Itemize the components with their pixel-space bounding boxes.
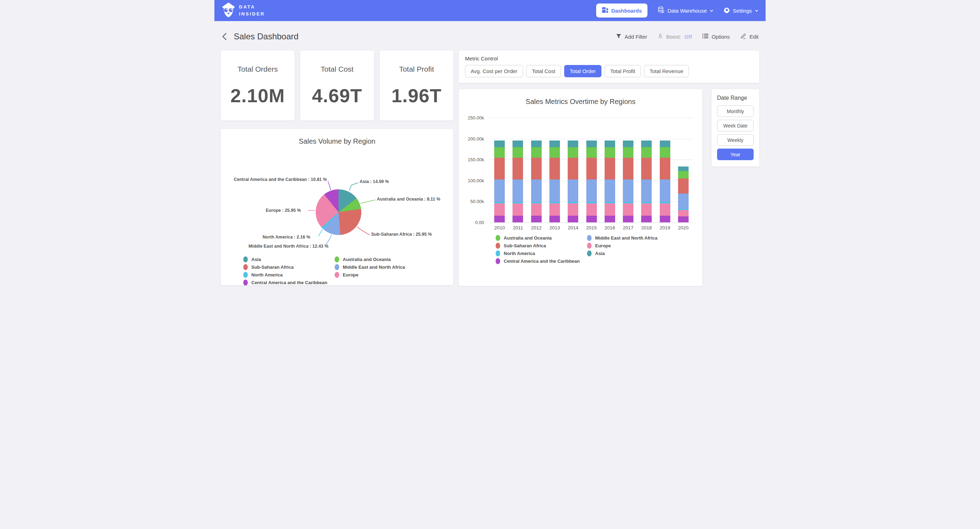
- metric-option-total-order[interactable]: Total Order: [564, 65, 601, 77]
- bar-segment-europe[interactable]: [512, 180, 523, 202]
- metric-option-avg-cost-per-order[interactable]: Avg. Cost per Order: [465, 65, 523, 77]
- bar-segment-middle-east-and-north-africa[interactable]: [660, 147, 670, 158]
- bar-segment-europe[interactable]: [605, 180, 615, 202]
- bar-segment-asia[interactable]: [660, 203, 670, 216]
- bar-segment-asia[interactable]: [678, 210, 689, 216]
- bar-segment-asia[interactable]: [494, 203, 505, 216]
- bar-2019[interactable]: [660, 140, 670, 222]
- metric-option-total-cost[interactable]: Total Cost: [526, 65, 561, 77]
- legend-item-europe[interactable]: Europe: [587, 243, 657, 249]
- legend-item-australia-and-oceania[interactable]: Australia and Oceania: [496, 235, 587, 241]
- kpi-card-total-profit[interactable]: Total Profit 1.96T: [380, 51, 453, 121]
- bar-segment-middle-east-and-north-africa[interactable]: [512, 147, 523, 158]
- bar-2011[interactable]: [512, 140, 523, 222]
- bar-segment-australia-and-oceania[interactable]: [531, 140, 542, 147]
- boost-toggle[interactable]: Boost: Off: [658, 33, 692, 40]
- bar-segment-middle-east-and-north-africa[interactable]: [623, 147, 633, 158]
- bar-segment-middle-east-and-north-africa[interactable]: [678, 171, 689, 178]
- bar-segment-central-america-and-the-caribbean[interactable]: [568, 216, 578, 222]
- bar-segment-australia-and-oceania[interactable]: [494, 140, 505, 147]
- legend-item-north-america[interactable]: North America: [496, 251, 587, 256]
- bar-segment-asia[interactable]: [531, 203, 542, 216]
- bar-2016[interactable]: [605, 140, 615, 222]
- legend-item-middle-east-and-north-africa[interactable]: Middle East and North Africa: [587, 235, 657, 241]
- bar-segment-middle-east-and-north-africa[interactable]: [641, 147, 652, 158]
- bar-2010[interactable]: [494, 140, 505, 222]
- bar-segment-australia-and-oceania[interactable]: [678, 167, 689, 171]
- bar-segment-australia-and-oceania[interactable]: [660, 140, 670, 147]
- bar-segment-central-america-and-the-caribbean[interactable]: [605, 216, 615, 222]
- bar-segment-asia[interactable]: [549, 203, 560, 216]
- legend-item-sub-saharan-africa[interactable]: Sub-Saharan Africa: [496, 243, 587, 249]
- bar-segment-sub-saharan-africa[interactable]: [531, 158, 542, 179]
- bar-2018[interactable]: [641, 140, 652, 222]
- bar-segment-asia[interactable]: [512, 203, 523, 216]
- bar-segment-middle-east-and-north-africa[interactable]: [568, 147, 578, 158]
- bar-segment-europe[interactable]: [549, 180, 560, 202]
- bar-segment-middle-east-and-north-africa[interactable]: [586, 147, 597, 158]
- bar-segment-middle-east-and-north-africa[interactable]: [494, 147, 505, 158]
- bar-segment-sub-saharan-africa[interactable]: [512, 158, 523, 179]
- brand[interactable]: DATA INSIDER: [221, 2, 265, 19]
- legend-item-australia-and-oceania[interactable]: Australia and Oceania: [335, 256, 405, 262]
- bar-segment-europe[interactable]: [678, 194, 689, 209]
- legend-item-central-america-and-the-caribbean[interactable]: Central America and the Caribbean: [243, 280, 335, 286]
- legend-item-north-america[interactable]: North America: [243, 272, 335, 278]
- nav-data-warehouse-button[interactable]: Data Warehouse: [657, 6, 714, 15]
- bar-segment-middle-east-and-north-africa[interactable]: [549, 147, 560, 158]
- bar-segment-sub-saharan-africa[interactable]: [494, 158, 505, 179]
- back-button[interactable]: [221, 32, 228, 41]
- bar-2017[interactable]: [623, 140, 633, 222]
- bar-segment-central-america-and-the-caribbean[interactable]: [549, 216, 560, 222]
- bar-segment-europe[interactable]: [586, 180, 597, 202]
- legend-item-asia[interactable]: Asia: [243, 256, 335, 262]
- kpi-card-total-cost[interactable]: Total Cost 4.69T: [300, 51, 374, 121]
- date-range-option-weekly[interactable]: Weekly: [717, 134, 754, 146]
- nav-settings-button[interactable]: Settings: [724, 7, 759, 14]
- bar-segment-asia[interactable]: [605, 203, 615, 216]
- date-range-option-year[interactable]: Year: [717, 149, 754, 160]
- bar-segment-sub-saharan-africa[interactable]: [549, 158, 560, 179]
- bar-2014[interactable]: [568, 140, 578, 222]
- bar-segment-middle-east-and-north-africa[interactable]: [605, 147, 615, 158]
- bar-segment-central-america-and-the-caribbean[interactable]: [623, 216, 633, 222]
- legend-item-middle-east-and-north-africa[interactable]: Middle East and North Africa: [335, 264, 405, 270]
- bar-segment-australia-and-oceania[interactable]: [512, 140, 523, 147]
- metric-option-total-revenue[interactable]: Total Revenue: [644, 65, 689, 77]
- kpi-card-total-orders[interactable]: Total Orders 2.10M: [221, 51, 294, 121]
- bar-segment-sub-saharan-africa[interactable]: [605, 158, 615, 179]
- bar-segment-central-america-and-the-caribbean[interactable]: [660, 216, 670, 222]
- bar-segment-central-america-and-the-caribbean[interactable]: [494, 216, 505, 222]
- bar-segment-asia[interactable]: [568, 203, 578, 216]
- bar-segment-sub-saharan-africa[interactable]: [623, 158, 633, 179]
- date-range-option-week-date[interactable]: Week Date: [717, 120, 754, 131]
- bar-segment-sub-saharan-africa[interactable]: [678, 178, 689, 193]
- bar-segment-asia[interactable]: [623, 203, 633, 216]
- bar-segment-europe[interactable]: [623, 180, 633, 202]
- bar-segment-europe[interactable]: [531, 180, 542, 202]
- bar-segment-europe[interactable]: [568, 180, 578, 202]
- bar-segment-central-america-and-the-caribbean[interactable]: [678, 216, 689, 222]
- add-filter-button[interactable]: Add Filter: [616, 33, 647, 40]
- bar-segment-europe[interactable]: [494, 180, 505, 202]
- options-button[interactable]: Options: [702, 33, 730, 40]
- bar-2013[interactable]: [549, 140, 560, 222]
- bar-segment-central-america-and-the-caribbean[interactable]: [512, 216, 523, 222]
- bar-segment-middle-east-and-north-africa[interactable]: [531, 147, 542, 158]
- legend-item-sub-saharan-africa[interactable]: Sub-Saharan Africa: [243, 264, 335, 270]
- bar-segment-australia-and-oceania[interactable]: [586, 140, 597, 147]
- bar-segment-sub-saharan-africa[interactable]: [586, 158, 597, 179]
- bar-2020[interactable]: [678, 167, 689, 222]
- nav-dashboards-button[interactable]: Dashboards: [596, 3, 648, 17]
- bar-segment-sub-saharan-africa[interactable]: [641, 158, 652, 179]
- metric-option-total-profit[interactable]: Total Profit: [605, 65, 641, 77]
- legend-item-europe[interactable]: Europe: [335, 272, 405, 278]
- legend-item-asia[interactable]: Asia: [587, 251, 657, 256]
- bar-2012[interactable]: [531, 140, 542, 222]
- bar-segment-australia-and-oceania[interactable]: [549, 140, 560, 147]
- bar-segment-central-america-and-the-caribbean[interactable]: [531, 216, 542, 222]
- bar-segment-central-america-and-the-caribbean[interactable]: [641, 216, 652, 222]
- legend-item-central-america-and-the-caribbean[interactable]: Central America and the Caribbean: [496, 258, 587, 264]
- bar-segment-asia[interactable]: [586, 203, 597, 216]
- date-range-option-monthly[interactable]: Monthly: [717, 105, 754, 117]
